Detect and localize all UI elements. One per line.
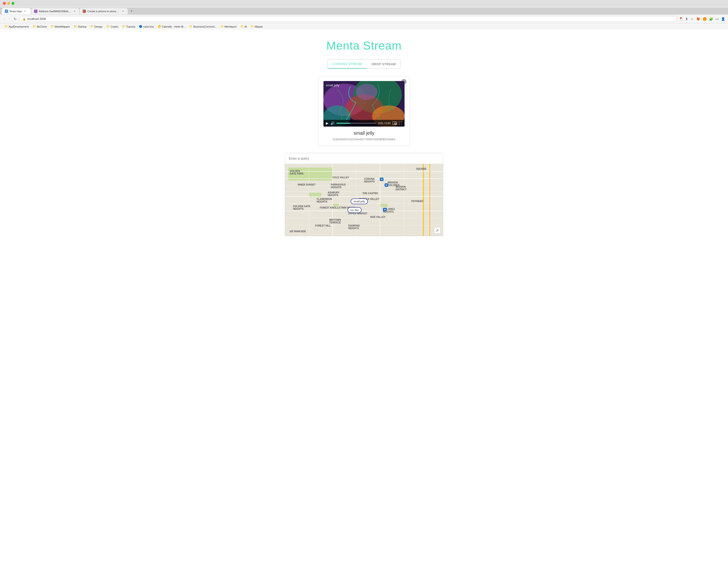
star-icon[interactable]: ☆ (691, 17, 694, 21)
back-button[interactable]: ‹ (3, 17, 6, 21)
bookmark-design[interactable]: 📁 Design (88, 24, 104, 29)
bookmark-label: AppDevelopment (9, 25, 29, 28)
metro-m2: M (385, 184, 388, 187)
dolores-park (380, 203, 388, 207)
bookmark-casahoa[interactable]: 🔵 casa hoa (137, 24, 155, 29)
bookmark-label: Calendly - Hello M... (162, 25, 185, 28)
tab-icon-pip: 🍎 (82, 9, 86, 13)
traffic-light-green[interactable] (11, 2, 15, 5)
bookmark-label: Startup (78, 25, 86, 28)
profile-icon[interactable]: 👤 (721, 17, 725, 21)
stream-tabs: LOOKING STREAM DROP STREAM (327, 59, 401, 69)
tabs-bar: R React App ✕ ⬡ Address 0xaf9866339bfd75… (0, 8, 728, 15)
forward-button[interactable]: › (8, 17, 11, 21)
map-label-cole: COLE VALLEY (332, 176, 349, 179)
browser-chrome: R React App ✕ ⬡ Address 0xaf9866339bfd75… (0, 0, 728, 29)
map-label-forest-knolls: FOREST KNOLLS (320, 206, 340, 209)
road-v2 (332, 164, 333, 236)
bookmark-businessconnect[interactable]: 📁 BusinessConnecti... (188, 24, 218, 29)
road-v4 (380, 164, 380, 236)
extension-icon2[interactable]: 🟠 (703, 17, 707, 21)
share-icon[interactable]: ⬆ (685, 17, 688, 21)
extension-icon3[interactable]: 🧩 (709, 17, 713, 21)
traffic-light-red[interactable] (3, 2, 6, 5)
folder-icon: 📁 (90, 25, 94, 28)
svg-point-6 (356, 84, 378, 100)
folder-icon: 📁 (220, 25, 224, 28)
video-label: small jelly (326, 83, 339, 87)
bookmarks-bar: 📁 AppDevelopment 📁 BeClose 📁 MaskMapper … (0, 23, 728, 29)
video-progress-fill (336, 123, 350, 124)
location-label-wrapper: Location (285, 153, 443, 164)
map-label-potrero: POTRERO (411, 200, 423, 202)
bookmark-label: casa hoa (143, 25, 154, 28)
bookmark-label: AI (244, 25, 247, 28)
address-bar: ‹ › ↻ 🔒 localhost:3000 📍 ⬆ ☆ 🦊 🟠 🧩 ▭ 👤 (0, 15, 728, 23)
bookmark-startup[interactable]: 📁 Startup (72, 24, 88, 29)
bookmark-label: BeClose (37, 25, 47, 28)
folder-icon: 📁 (5, 25, 8, 28)
folder-icon: 📁 (122, 25, 126, 28)
map-fullscreen-button[interactable]: ⤢ (434, 227, 441, 233)
tab-close-react[interactable]: ✕ (23, 9, 27, 13)
folder-icon: 🔵 (139, 25, 142, 28)
map-label-mission-district: MISSIONDISTRICT (396, 186, 407, 191)
map-label-ggp: GOLDENGATE PARK (290, 170, 304, 175)
stream-tabs-container: LOOKING STREAM DROP STREAM (0, 59, 728, 69)
page-content: Menta Stream LOOKING STREAM DROP STREAM … (0, 29, 728, 243)
bookmark-label: MaskMapper (55, 25, 70, 28)
map-label-inner-sunset: INNER SUNSET (298, 184, 315, 186)
marker-my-day[interactable]: my day (347, 207, 362, 213)
tab-close-address[interactable]: ✕ (73, 9, 76, 13)
bookmark-appdevelopment[interactable]: 📁 AppDevelopment (3, 24, 30, 29)
reload-button[interactable]: ↻ (13, 17, 18, 21)
bookmark-mentaport[interactable]: 📁 Mentaport (219, 24, 238, 29)
url-bar[interactable]: 🔒 localhost:3000 (20, 16, 677, 22)
traffic-light-yellow[interactable] (7, 2, 10, 5)
fullscreen-button[interactable]: ⛶ (399, 121, 402, 125)
tab-drop-stream[interactable]: DROP STREAM (367, 60, 401, 68)
play-button[interactable]: ▶ (326, 121, 329, 125)
bookmark-ai[interactable]: 📁 AI (239, 24, 249, 29)
tab-address[interactable]: ⬡ Address 0xaf9866339bfd75c... ✕ (31, 8, 79, 15)
location-container: Location (285, 153, 443, 236)
bookmark-mapas[interactable]: 📁 Mapas (249, 24, 264, 29)
road-v5 (404, 164, 404, 236)
map-label-square: SQUARE (416, 168, 426, 170)
bookmark-crypto[interactable]: 📁 Crypto (105, 24, 120, 29)
bookmark-label: BusinessConnecti... (193, 25, 217, 28)
tab-close-pip[interactable]: ✕ (122, 9, 125, 13)
metro-m3: M (383, 208, 387, 211)
location-label: Location (288, 153, 300, 154)
video-time: 0:01 / 0:03 (378, 122, 391, 124)
marker-small-jelly[interactable]: small jelly (350, 198, 368, 204)
tab-react-app[interactable]: R React App ✕ (2, 8, 31, 15)
pip-button[interactable] (393, 121, 397, 125)
map-label-parnassus: PARNASSUSHEIGHTS (331, 184, 346, 189)
location-icon[interactable]: 📍 (679, 17, 683, 21)
video-controls: ▶ 🔊 0:01 / 0:03 ⛶ (323, 120, 405, 127)
bookmark-calendly[interactable]: 🟡 Calendly - Hello M... (156, 24, 187, 29)
bookmark-maskmapper[interactable]: 📁 MaskMapper (49, 24, 72, 29)
location-input[interactable] (285, 153, 443, 164)
volume-button[interactable]: 🔊 (331, 121, 335, 125)
tab-pip[interactable]: 🍎 Create a picture-in-picture effe... ✕ (80, 8, 128, 15)
tab-looking-stream[interactable]: LOOKING STREAM (328, 60, 367, 68)
map-container: GOLDENGATE PARK COLE VALLEY CORONAHEIGHT… (285, 164, 443, 236)
map-label-diamond: DIAMONDHEIGHTS (348, 224, 360, 230)
bookmark-label: Crypto (110, 25, 118, 28)
stream-hash: 0x3bD3b2D1C0cD18ed91779356702E9B5B1f1bbf… (323, 138, 405, 141)
extension-icon1[interactable]: 🦊 (696, 17, 700, 21)
small-park-2 (332, 203, 339, 206)
page-title: Menta Stream (0, 29, 728, 59)
url-text: localhost:3000 (27, 17, 46, 21)
bookmark-trauma[interactable]: 📁 Trauma (121, 24, 137, 29)
new-tab-button[interactable]: + (128, 8, 135, 15)
bookmark-beclose[interactable]: 📁 BeClose (31, 24, 49, 29)
sidebar-icon[interactable]: ▭ (716, 17, 719, 21)
tab-label-react: React App (9, 10, 22, 13)
tab-label-address: Address 0xaf9866339bfd75c... (39, 10, 72, 13)
bookmark-label: Mentaport (225, 25, 237, 28)
video-progress-bar[interactable] (336, 123, 376, 124)
tab-label-pip: Create a picture-in-picture effe... (87, 10, 120, 13)
